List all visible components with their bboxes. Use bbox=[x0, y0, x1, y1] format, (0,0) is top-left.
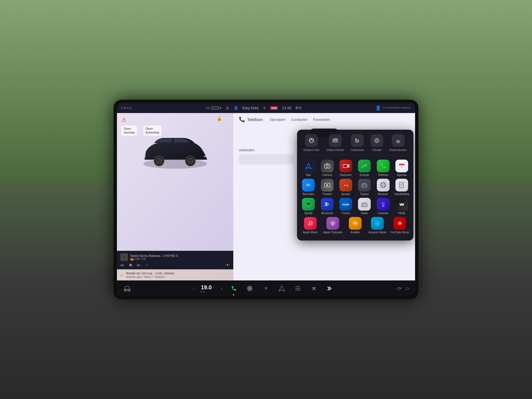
svg-point-53 bbox=[365, 185, 366, 186]
quick-ctrl-climate[interactable]: Climate bbox=[370, 134, 383, 152]
app-grid-row2: Berichten Theater bbox=[300, 179, 410, 196]
spotify-icon bbox=[302, 198, 315, 211]
app-tunein[interactable]: TuneIn TuneIn bbox=[337, 198, 354, 215]
quick-controls: Ontdooi Voor bbox=[300, 134, 410, 155]
arcade-label: Arcade bbox=[341, 193, 350, 196]
svg-line-101 bbox=[328, 288, 329, 290]
svg-point-70 bbox=[362, 204, 364, 206]
nav-contacten[interactable]: Contacten bbox=[291, 117, 308, 122]
climate-label: Climate bbox=[372, 149, 382, 152]
quick-ctrl-ontdooi-voor[interactable]: Ontdooi Voor bbox=[303, 134, 319, 152]
svg-rect-31 bbox=[324, 164, 330, 168]
camera-label: Camera bbox=[322, 173, 332, 177]
quick-ctrl-ontdooi-achter[interactable]: Ontdooi Achter bbox=[326, 134, 344, 152]
nav-oproepen[interactable]: Oproepen bbox=[270, 117, 286, 122]
sentry-icon[interactable]: ⚠ bbox=[121, 116, 126, 123]
nav-label: Nav bbox=[306, 173, 311, 177]
app-nav[interactable]: Nav bbox=[300, 160, 317, 177]
app-agenda[interactable]: 3 Agenda bbox=[393, 160, 410, 177]
amazon-music-icon: ♫ bbox=[371, 217, 384, 230]
music-title: Sweet Home Alabama - LYNYRD S bbox=[130, 254, 230, 257]
next-button[interactable]: ⏭ bbox=[137, 263, 141, 267]
audible-label: Audible bbox=[351, 231, 360, 234]
svg-point-2 bbox=[156, 158, 162, 164]
app-caraoke[interactable]: Caraoke bbox=[375, 198, 391, 215]
apple-music-icon bbox=[304, 217, 317, 230]
linkerstoel-label: Linkerstoel bbox=[351, 149, 364, 152]
ontdooi-achter-label: Ontdooi Achter bbox=[326, 149, 344, 152]
sos-badge[interactable]: SOS bbox=[270, 106, 278, 110]
stop-button[interactable]: ⏹ bbox=[129, 263, 132, 267]
app-radio[interactable]: Radio bbox=[356, 198, 373, 215]
notification-bar: ⚠ Betaald opl. niet mog. - Contr. onbeta… bbox=[117, 270, 233, 280]
dab-icon: 📻 bbox=[130, 257, 134, 260]
taskbar: ‹ 19.0 ° › bbox=[117, 280, 415, 296]
app-dashcam[interactable]: Dashcam bbox=[337, 160, 354, 177]
app-apple-music[interactable]: Apple Music bbox=[300, 217, 321, 234]
app-handleiding[interactable]: Handleiding bbox=[393, 179, 410, 196]
app-camera[interactable]: Camera bbox=[319, 160, 335, 177]
camera-tb-button[interactable] bbox=[245, 284, 254, 293]
lock-icon[interactable]: 🔒 bbox=[217, 116, 222, 121]
notif-main: Betaald opl. niet mog. - Contr. onbetaal bbox=[126, 272, 174, 275]
app-grid-row4: Apple Music bbox=[300, 217, 410, 234]
app-telefoon[interactable]: Telefoon bbox=[375, 160, 391, 177]
menu-tb-button[interactable] bbox=[293, 284, 303, 293]
svg-marker-95 bbox=[279, 286, 285, 291]
fan-dot-1 bbox=[201, 291, 202, 293]
app-arcade[interactable]: Arcade bbox=[337, 179, 354, 196]
app-toybox[interactable]: Toybox bbox=[356, 179, 373, 196]
svg-point-0 bbox=[143, 159, 207, 169]
app-spotify[interactable]: Spotify bbox=[300, 198, 317, 215]
screen-bezel: PRND 0% 🖥 👤 Easy Entry ⬆ SOS 11:16 8°C bbox=[114, 100, 418, 299]
prev-button[interactable]: ⏮ bbox=[120, 263, 124, 267]
quick-ctrl-ruitenwissers[interactable]: Ruitenwissers bbox=[390, 134, 407, 152]
driver-profile[interactable]: Easy Entry bbox=[242, 106, 259, 110]
battery-rect bbox=[211, 106, 219, 110]
app-bluetooth[interactable]: Bluetooth bbox=[319, 198, 335, 215]
nav-tb-button[interactable] bbox=[277, 284, 287, 293]
app-tidal[interactable]: TIDAL bbox=[393, 198, 410, 215]
browser-icon bbox=[377, 179, 390, 191]
warning-icon: ⚠ bbox=[120, 273, 124, 277]
dot-2 bbox=[227, 264, 228, 265]
nav-favorieten[interactable]: Favorieten bbox=[313, 117, 330, 122]
theater-icon bbox=[321, 179, 334, 191]
quick-ctrl-linkerstoel[interactable]: Linkerstoel bbox=[351, 134, 364, 152]
battery-indicator: 0% bbox=[206, 106, 221, 110]
apple-podcasts-label: Apple Podcasts bbox=[323, 231, 342, 234]
volume-up-btn[interactable]: ▷ bbox=[406, 286, 410, 291]
connect-input[interactable] bbox=[239, 154, 294, 164]
taskbar-center: ‹ 19.0 ° › bbox=[193, 284, 335, 293]
app-amazon-music[interactable]: ♫ Amazon Music bbox=[367, 217, 388, 234]
temp-decrease[interactable]: ‹ bbox=[193, 286, 195, 291]
volume-control: ◁× bbox=[396, 286, 402, 291]
app-audible[interactable]: Audible bbox=[345, 217, 365, 234]
app-theater[interactable]: Theater bbox=[319, 179, 335, 196]
app-apple-podcasts[interactable]: Apple Podcasts bbox=[323, 217, 343, 234]
fan-tb-button[interactable] bbox=[309, 284, 319, 293]
car-tb-icon[interactable] bbox=[122, 284, 132, 293]
temp-increase[interactable]: › bbox=[221, 286, 222, 291]
close-tb-button[interactable]: ✕ bbox=[261, 284, 270, 293]
phone-tb-button[interactable] bbox=[229, 284, 238, 293]
temperature-control: 19.0 ° bbox=[201, 284, 214, 293]
svg-text:3: 3 bbox=[401, 166, 402, 168]
app-berichten[interactable]: Berichten bbox=[300, 179, 317, 196]
svg-line-27 bbox=[375, 142, 376, 142]
radio-label: Radio bbox=[361, 212, 368, 215]
taskbar-left bbox=[122, 284, 132, 293]
phone-label: Telefoon bbox=[247, 117, 263, 122]
energie-label: Energie bbox=[360, 173, 369, 177]
volume-icon[interactable]: ◁× bbox=[396, 286, 402, 291]
svg-point-4 bbox=[188, 158, 193, 164]
app-energie[interactable]: Energie bbox=[356, 160, 373, 177]
dashcam-icon bbox=[339, 160, 352, 172]
radio-icon bbox=[358, 198, 371, 211]
app-browser[interactable]: Browser bbox=[375, 179, 391, 196]
tunein-label: TuneIn bbox=[342, 212, 350, 215]
favorite-button[interactable]: ☆ bbox=[145, 263, 149, 267]
app-youtube-music[interactable]: YouTube Music bbox=[390, 217, 410, 234]
bluetooth-tb-button[interactable] bbox=[325, 284, 335, 293]
nav-icon bbox=[302, 160, 315, 172]
